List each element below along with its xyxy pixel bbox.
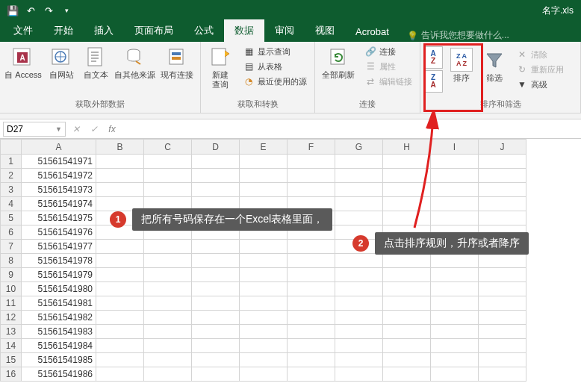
cell[interactable] [288,155,335,169]
cell[interactable] [96,155,144,169]
confirm-entry-button[interactable]: ✓ [87,122,102,137]
cell[interactable] [192,325,240,339]
cell[interactable] [288,183,335,197]
col-header-E[interactable]: E [240,140,288,155]
select-all-corner[interactable] [1,140,22,155]
cell[interactable] [383,367,431,382]
cell[interactable]: 51561541978 [22,254,96,268]
cell[interactable] [192,169,240,183]
cell[interactable] [240,367,288,382]
row-header[interactable]: 14 [1,339,22,353]
cell[interactable] [288,311,335,325]
row-header[interactable]: 16 [1,367,22,382]
cell[interactable] [335,296,383,311]
cell[interactable] [479,339,526,353]
cell[interactable] [240,254,288,268]
cell[interactable] [240,169,288,183]
cell[interactable] [192,353,240,367]
cell[interactable] [479,282,526,296]
cell[interactable] [192,183,240,197]
cell[interactable] [335,155,383,169]
cell[interactable] [192,339,240,353]
cell[interactable] [288,254,335,268]
cell[interactable] [335,353,383,367]
save-button[interactable]: 💾 [4,2,21,19]
cell[interactable] [144,311,192,325]
row-header[interactable]: 3 [1,183,22,197]
sort-desc-button[interactable]: ZA [423,70,443,93]
cell[interactable] [288,367,335,382]
cell[interactable] [479,311,526,325]
cell[interactable] [288,282,335,296]
cell[interactable] [96,268,144,282]
connections-button[interactable]: 🔗 连接 [363,45,414,58]
filter-button[interactable]: 筛选 [479,46,510,84]
row-header[interactable]: 6 [1,225,22,240]
cell[interactable] [144,169,192,183]
row-header[interactable]: 11 [1,296,22,311]
cell[interactable]: 51561541976 [22,225,96,240]
cell[interactable] [383,325,431,339]
cell[interactable] [431,296,479,311]
row-header[interactable]: 9 [1,268,22,282]
cell[interactable]: 51561541979 [22,268,96,282]
cell[interactable] [240,353,288,367]
from-text-button[interactable]: 自文本 [79,43,112,81]
cell[interactable] [144,254,192,268]
cell[interactable] [144,325,192,339]
cell[interactable] [431,325,479,339]
cell[interactable] [96,282,144,296]
cell[interactable] [431,183,479,197]
row-header[interactable]: 2 [1,169,22,183]
cell[interactable] [144,183,192,197]
cell[interactable] [335,325,383,339]
row-header[interactable]: 1 [1,155,22,169]
cell[interactable]: 51561541980 [22,282,96,296]
cell[interactable] [240,282,288,296]
formula-input[interactable] [122,122,578,137]
cell[interactable] [144,296,192,311]
cell[interactable] [479,325,526,339]
cell[interactable]: 51561541977 [22,240,96,254]
cell[interactable] [383,155,431,169]
cell[interactable]: 51561541972 [22,169,96,183]
row-header[interactable]: 5 [1,211,22,225]
cell[interactable] [431,211,479,225]
tab-layout[interactable]: 页面布局 [124,19,184,42]
cell[interactable] [431,353,479,367]
tab-data[interactable]: 数据 [224,19,264,42]
from-other-button[interactable]: 自其他来源 [114,43,155,81]
cell[interactable] [288,296,335,311]
cell[interactable] [335,339,383,353]
cell[interactable] [240,325,288,339]
cell[interactable] [288,268,335,282]
cell[interactable] [96,169,144,183]
cell[interactable] [192,296,240,311]
col-header-D[interactable]: D [192,140,240,155]
cell[interactable] [335,197,383,211]
row-header[interactable]: 8 [1,254,22,268]
cell[interactable] [431,282,479,296]
cell[interactable] [288,240,335,254]
cell[interactable] [192,282,240,296]
cell[interactable] [383,197,431,211]
cell[interactable]: 51561541974 [22,197,96,211]
cell[interactable] [240,311,288,325]
cell[interactable] [335,183,383,197]
cell[interactable] [144,240,192,254]
cell[interactable] [479,254,526,268]
refresh-all-button[interactable]: 全部刷新 [318,43,358,81]
cell[interactable] [96,296,144,311]
cell[interactable] [288,325,335,339]
cell[interactable] [479,197,526,211]
cell[interactable] [479,367,526,382]
cell[interactable] [383,254,431,268]
cell[interactable] [96,183,144,197]
cell[interactable] [192,367,240,382]
sort-asc-button[interactable]: AZ [423,46,443,69]
sort-button[interactable]: Z A A Z 排序 [446,46,477,84]
cell[interactable] [96,367,144,382]
col-header-J[interactable]: J [479,140,526,155]
cell[interactable]: 51561541982 [22,311,96,325]
cell[interactable] [335,268,383,282]
